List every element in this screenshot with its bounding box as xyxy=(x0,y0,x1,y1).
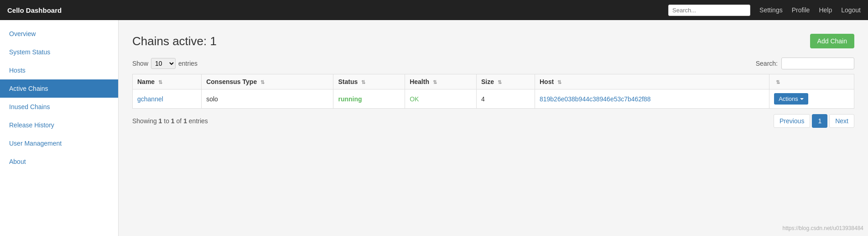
cell-name: gchannel xyxy=(133,89,202,109)
table-row: gchannel solo running OK 4 819b26e038b94… xyxy=(133,89,854,109)
next-button[interactable]: Next xyxy=(829,114,854,128)
health-value: OK xyxy=(410,95,419,103)
logout-link[interactable]: Logout xyxy=(841,6,861,14)
showing-of: 1 xyxy=(183,117,187,125)
dropdown-caret-icon xyxy=(800,98,804,100)
col-host[interactable]: Host ⇅ xyxy=(535,74,769,89)
profile-link[interactable]: Profile xyxy=(792,6,810,14)
actions-label: Actions xyxy=(779,95,798,102)
showing-info: Showing 1 to 1 of 1 entries xyxy=(132,117,208,125)
col-health[interactable]: Health ⇅ xyxy=(405,74,477,89)
sort-size-icon: ⇅ xyxy=(498,79,502,85)
sidebar-item-hosts[interactable]: Hosts xyxy=(0,61,118,79)
cell-host: 819b26e038b944c38946e53c7b462f88 xyxy=(535,89,769,109)
table-header-row: Name ⇅ Consensus Type ⇅ Status ⇅ Health … xyxy=(133,74,854,89)
show-entries: Show 10 25 50 100 entries xyxy=(132,58,198,69)
add-chain-button[interactable]: Add Chain xyxy=(810,34,854,48)
sidebar-item-system-status[interactable]: System Status xyxy=(0,43,118,61)
col-consensus-label: Consensus Type xyxy=(206,78,257,85)
showing-entries-label: entries xyxy=(189,117,208,125)
actions-button[interactable]: Actions xyxy=(774,93,808,105)
col-name-label: Name xyxy=(137,78,155,85)
table-footer: Showing 1 to 1 of 1 entries Previous 1 N… xyxy=(132,114,854,128)
chains-table: Name ⇅ Consensus Type ⇅ Status ⇅ Health … xyxy=(132,74,854,109)
search-label: Search: xyxy=(756,60,778,67)
showing-label: Showing xyxy=(132,117,157,125)
host-value[interactable]: 819b26e038b944c38946e53c7b462f88 xyxy=(540,95,651,103)
search-container xyxy=(668,5,750,16)
nav-links: Settings Profile Help Logout xyxy=(759,6,861,14)
cell-size: 4 xyxy=(476,89,535,109)
table-controls: Show 10 25 50 100 entries Search: xyxy=(132,58,854,69)
watermark: https://blog.csdn.net/u013938484 xyxy=(783,225,863,231)
col-consensus-type[interactable]: Consensus Type ⇅ xyxy=(202,74,333,89)
show-label: Show xyxy=(132,60,148,67)
col-size-label: Size xyxy=(481,78,494,85)
sidebar-item-active-chains[interactable]: Active Chains xyxy=(0,79,118,98)
cell-consensus-type: solo xyxy=(202,89,333,109)
layout: Overview System Status Hosts Active Chai… xyxy=(0,20,868,236)
page-header: Chains active: 1 Add Chain xyxy=(132,34,854,48)
sidebar-item-about[interactable]: About xyxy=(0,152,118,171)
col-size[interactable]: Size ⇅ xyxy=(476,74,535,89)
settings-link[interactable]: Settings xyxy=(759,6,783,14)
entries-label: entries xyxy=(178,60,198,67)
cell-health: OK xyxy=(405,89,477,109)
search-input[interactable] xyxy=(668,5,750,16)
status-value: running xyxy=(338,95,362,103)
col-name[interactable]: Name ⇅ xyxy=(133,74,202,89)
sidebar-item-overview[interactable]: Overview xyxy=(0,25,118,43)
sort-health-icon: ⇅ xyxy=(433,79,437,85)
previous-button[interactable]: Previous xyxy=(774,114,810,128)
col-actions: ⇅ xyxy=(769,74,854,89)
page-title: Chains active: 1 xyxy=(132,34,217,48)
main-content: Chains active: 1 Add Chain Show 10 25 50… xyxy=(119,20,868,236)
page-1-button[interactable]: 1 xyxy=(812,114,827,128)
cell-actions: Actions xyxy=(769,89,854,109)
chain-name-link[interactable]: gchannel xyxy=(137,95,163,103)
sidebar-item-inused-chains[interactable]: Inused Chains xyxy=(0,98,118,116)
table-search-input[interactable] xyxy=(781,58,854,69)
sort-consensus-icon: ⇅ xyxy=(260,79,265,85)
entries-select[interactable]: 10 25 50 100 xyxy=(151,58,176,69)
help-link[interactable]: Help xyxy=(819,6,832,14)
sidebar-item-user-management[interactable]: User Management xyxy=(0,134,118,152)
col-status[interactable]: Status ⇅ xyxy=(333,74,405,89)
showing-from: 1 xyxy=(159,117,162,125)
sort-name-icon: ⇅ xyxy=(158,79,162,85)
sort-status-icon: ⇅ xyxy=(361,79,365,85)
showing-to: 1 xyxy=(171,117,175,125)
col-host-label: Host xyxy=(540,78,554,85)
top-navigation: Cello Dashboard Settings Profile Help Lo… xyxy=(0,0,868,20)
sidebar: Overview System Status Hosts Active Chai… xyxy=(0,20,119,236)
sidebar-item-release-history[interactable]: Release History xyxy=(0,116,118,134)
brand-name: Cello Dashboard xyxy=(7,6,668,14)
sort-host-icon: ⇅ xyxy=(557,79,561,85)
table-search-container: Search: xyxy=(756,58,854,69)
sort-extra-icon: ⇅ xyxy=(776,79,780,85)
col-status-label: Status xyxy=(338,78,358,85)
cell-status: running xyxy=(333,89,405,109)
col-health-label: Health xyxy=(410,78,429,85)
pagination: Previous 1 Next xyxy=(774,114,854,128)
